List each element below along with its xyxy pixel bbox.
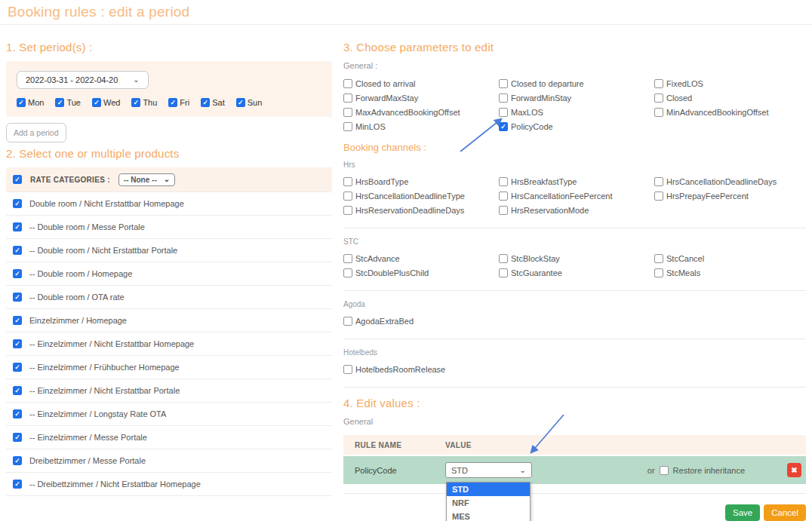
channel-divider [343, 339, 806, 339]
day-checkbox-sat[interactable]: Sat [201, 98, 225, 107]
param-stcguarantee[interactable]: StcGuarantee [499, 268, 654, 277]
param-checkbox[interactable] [343, 365, 352, 374]
day-checkbox-thu[interactable]: Thu [131, 98, 157, 107]
checkbox[interactable] [201, 98, 210, 107]
param-checkbox[interactable] [499, 177, 508, 186]
product-checkbox[interactable] [13, 409, 22, 418]
param-hrscancellationdeadlinedays[interactable]: HrsCancellationDeadlineDays [654, 177, 806, 186]
checkbox[interactable] [92, 98, 101, 107]
param-label: StcAdvance [355, 254, 400, 263]
param-checkbox[interactable] [499, 206, 508, 215]
dropdown-option[interactable]: NRF [447, 496, 530, 510]
product-checkbox[interactable] [13, 456, 22, 465]
param-stcadvance[interactable]: StcAdvance [343, 254, 499, 263]
day-checkbox-tue[interactable]: Tue [55, 98, 81, 107]
day-checkbox-fri[interactable]: Fri [168, 98, 189, 107]
param-hotelbedsroomrelease[interactable]: HotelbedsRoomRelease [343, 365, 499, 374]
product-checkbox[interactable] [13, 269, 22, 278]
product-checkbox[interactable] [13, 246, 22, 255]
checkbox[interactable] [131, 98, 140, 107]
param-checkbox[interactable] [654, 93, 663, 103]
param-hrsreservationdeadlinedays[interactable]: HrsReservationDeadlineDays [343, 206, 499, 215]
param-checkbox[interactable] [343, 93, 352, 103]
footer-actions: Save Cancel [343, 504, 806, 521]
rate-categories-checkbox[interactable] [13, 175, 22, 184]
param-checkbox[interactable] [499, 192, 508, 201]
param-checkbox[interactable] [654, 254, 663, 263]
param-checkbox[interactable] [343, 192, 352, 201]
param-checkbox[interactable] [654, 192, 663, 201]
param-forwardminstay[interactable]: ForwardMinStay [499, 93, 654, 103]
checkbox[interactable] [236, 98, 245, 107]
product-checkbox[interactable] [13, 433, 22, 442]
param-checkbox[interactable] [499, 254, 508, 263]
product-checkbox[interactable] [13, 386, 22, 395]
day-label: Mon [28, 98, 44, 107]
checkbox[interactable] [17, 98, 26, 107]
param-minlos[interactable]: MinLOS [343, 122, 499, 131]
product-checkbox[interactable] [13, 363, 22, 372]
param-label: HrsCancellationFeePercent [511, 192, 613, 201]
rate-categories-select[interactable]: -- None -- ⌄ [118, 173, 175, 186]
param-closed-to-departure[interactable]: Closed to departure [499, 79, 654, 88]
param-checkbox[interactable] [654, 108, 663, 117]
day-checkbox-mon[interactable]: Mon [17, 98, 44, 107]
param-maxadvancedbookingoffset[interactable]: MaxAdvancedBookingOffset [343, 108, 499, 117]
product-checkbox[interactable] [13, 339, 22, 348]
param-fixedlos[interactable]: FixedLOS [654, 79, 806, 88]
checkbox[interactable] [55, 98, 64, 107]
param-closed-to-arrival[interactable]: Closed to arrival [343, 79, 499, 88]
product-checkbox[interactable] [13, 222, 22, 231]
param-checkbox[interactable] [343, 108, 352, 117]
param-checkbox[interactable] [654, 268, 663, 277]
param-maxlos[interactable]: MaxLOS [499, 108, 654, 117]
param-stccancel[interactable]: StcCancel [654, 254, 806, 263]
param-forwardmaxstay[interactable]: ForwardMaxStay [343, 93, 499, 103]
product-checkbox[interactable] [13, 480, 22, 489]
param-hrsreservationmode[interactable]: HrsReservationMode [499, 206, 654, 215]
param-checkbox[interactable] [654, 177, 663, 186]
param-checkbox[interactable] [343, 79, 352, 88]
cancel-button[interactable]: Cancel [764, 504, 806, 521]
checkbox[interactable] [168, 98, 177, 107]
param-checkbox[interactable] [654, 79, 663, 88]
dropdown-option[interactable]: MES [447, 510, 530, 521]
param-checkbox[interactable] [343, 268, 352, 277]
delete-rule-button[interactable]: ✖ [787, 463, 801, 477]
day-checkbox-sun[interactable]: Sun [236, 98, 263, 107]
param-checkbox[interactable] [343, 254, 352, 263]
param-hrscancellationdeadlinetype[interactable]: HrsCancellationDeadlineType [343, 192, 499, 201]
add-period-button[interactable]: Add a period [6, 123, 66, 143]
period-date-select[interactable]: 2022-03-31 - 2022-04-20 ⌄ [17, 71, 149, 89]
param-checkbox[interactable] [343, 317, 352, 326]
param-checkbox[interactable] [499, 122, 508, 131]
day-checkbox-wed[interactable]: Wed [92, 98, 120, 107]
param-closed[interactable]: Closed [654, 93, 806, 103]
product-checkbox[interactable] [13, 316, 22, 325]
param-checkbox[interactable] [499, 79, 508, 88]
product-checkbox[interactable] [13, 293, 22, 302]
param-hrscancellationfeepercent[interactable]: HrsCancellationFeePercent [499, 192, 654, 201]
param-hrsbreakfasttype[interactable]: HrsBreakfastType [499, 177, 654, 186]
restore-inheritance-checkbox[interactable] [660, 466, 669, 475]
param-minadvancedbookingoffset[interactable]: MinAdvancedBookingOffset [654, 108, 806, 117]
dropdown-option[interactable]: STD [447, 483, 530, 496]
param-agodaextrabed[interactable]: AgodaExtraBed [343, 317, 499, 326]
param-checkbox[interactable] [499, 268, 508, 277]
product-checkbox[interactable] [13, 199, 22, 208]
save-button[interactable]: Save [725, 504, 760, 521]
param-hrsboardtype[interactable]: HrsBoardType [343, 177, 499, 186]
param-checkbox[interactable] [343, 177, 352, 186]
param-stcblockstay[interactable]: StcBlockStay [499, 254, 654, 263]
param-hrsprepayfeepercent[interactable]: HrsPrepayFeePercent [654, 192, 806, 201]
param-checkbox[interactable] [499, 108, 508, 117]
param-checkbox[interactable] [499, 93, 508, 103]
param-policycode[interactable]: PolicyCode [499, 122, 654, 131]
param-stcmeals[interactable]: StcMeals [654, 268, 806, 277]
period-date-value: 2022-03-31 - 2022-04-20 [26, 75, 118, 84]
param-stcdoublepluschild[interactable]: StcDoublePlusChild [343, 268, 499, 277]
policy-value-select[interactable]: STD ⌄ [445, 462, 532, 478]
param-checkbox[interactable] [343, 206, 352, 215]
param-checkbox[interactable] [343, 122, 352, 131]
chevron-down-icon: ⌄ [133, 76, 139, 84]
